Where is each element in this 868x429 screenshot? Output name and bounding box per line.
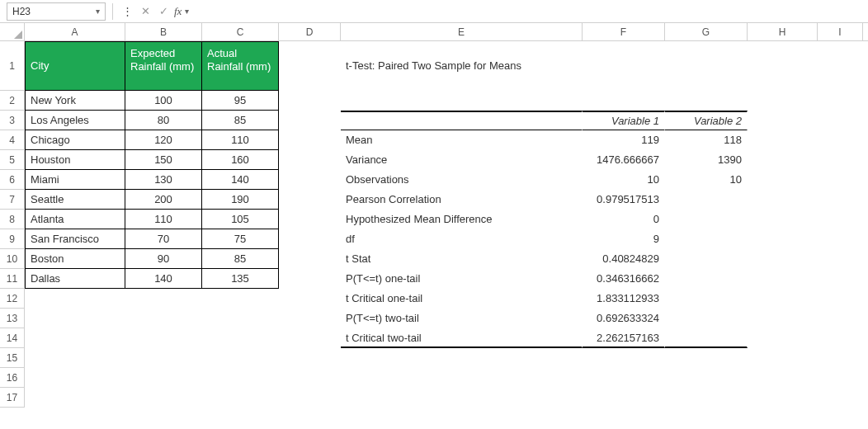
cell[interactable]	[818, 170, 863, 190]
stats-title[interactable]: t-Test: Paired Two Sample for Means	[341, 41, 583, 91]
column-header[interactable]: G	[665, 23, 748, 40]
cell[interactable]	[818, 91, 863, 111]
cell[interactable]	[279, 269, 341, 289]
cell[interactable]	[818, 309, 863, 328]
stats-label[interactable]: df	[341, 229, 583, 249]
table-cell-city[interactable]: Boston	[25, 249, 125, 269]
table-cell-expected[interactable]: 150	[125, 150, 202, 170]
cell[interactable]	[818, 150, 863, 170]
cell[interactable]	[25, 309, 125, 328]
table-cell-city[interactable]: Atlanta	[25, 210, 125, 229]
stats-value-2[interactable]	[665, 269, 748, 289]
table-cell-city[interactable]: Houston	[25, 150, 125, 170]
table-cell-city[interactable]: New York	[25, 91, 125, 111]
cell[interactable]	[665, 91, 748, 111]
stats-value-1[interactable]: 0.346316662	[583, 269, 665, 289]
row-header[interactable]: 6	[0, 170, 25, 190]
table-cell-expected[interactable]: 70	[125, 229, 202, 249]
cell[interactable]	[818, 41, 863, 91]
cell[interactable]	[125, 289, 202, 309]
cell[interactable]	[748, 289, 818, 309]
stats-value-2[interactable]	[665, 309, 748, 328]
table-cell-actual[interactable]: 135	[202, 269, 279, 289]
cell[interactable]	[583, 368, 665, 388]
cell[interactable]	[125, 328, 202, 348]
cell[interactable]	[341, 348, 583, 368]
stats-label[interactable]: Pearson Correlation	[341, 190, 583, 210]
cell[interactable]	[25, 348, 125, 368]
cell[interactable]	[25, 368, 125, 388]
cell[interactable]	[279, 328, 341, 348]
cell[interactable]	[665, 41, 748, 91]
cell[interactable]	[818, 388, 863, 408]
table-cell-actual[interactable]: 110	[202, 130, 279, 150]
cell[interactable]	[279, 388, 341, 408]
stats-value-2[interactable]	[665, 289, 748, 309]
cell[interactable]	[279, 130, 341, 150]
stats-header-blank[interactable]	[341, 111, 583, 130]
table-header-expected[interactable]: Expected Rainfall (mm)	[125, 41, 202, 91]
cell[interactable]	[25, 328, 125, 348]
cell[interactable]	[279, 111, 341, 130]
stats-header-var2[interactable]: Variable 2	[665, 111, 748, 130]
table-cell-expected[interactable]: 100	[125, 91, 202, 111]
cell[interactable]	[748, 41, 818, 91]
fx-icon[interactable]: fx	[174, 5, 182, 18]
column-header[interactable]: H	[748, 23, 818, 40]
table-cell-expected[interactable]: 130	[125, 170, 202, 190]
cell[interactable]	[202, 348, 279, 368]
cell[interactable]	[818, 130, 863, 150]
cell[interactable]	[818, 348, 863, 368]
cell[interactable]	[748, 249, 818, 269]
cell[interactable]	[748, 388, 818, 408]
cell[interactable]	[341, 388, 583, 408]
table-cell-expected[interactable]: 120	[125, 130, 202, 150]
row-header[interactable]: 7	[0, 190, 25, 210]
column-header[interactable]: F	[583, 23, 665, 40]
stats-value-2[interactable]: 10	[665, 170, 748, 190]
stats-label[interactable]: Hypothesized Mean Difference	[341, 210, 583, 229]
table-cell-actual[interactable]: 140	[202, 170, 279, 190]
stats-label[interactable]: P(T<=t) one-tail	[341, 269, 583, 289]
table-cell-expected[interactable]: 110	[125, 210, 202, 229]
cell[interactable]	[279, 309, 341, 328]
stats-value-1[interactable]: 2.262157163	[583, 328, 665, 348]
cell[interactable]	[748, 210, 818, 229]
accept-icon[interactable]: ✓	[156, 5, 171, 17]
row-header[interactable]: 8	[0, 210, 25, 229]
row-header[interactable]: 2	[0, 91, 25, 111]
row-header[interactable]: 17	[0, 388, 25, 408]
cell[interactable]	[279, 289, 341, 309]
stats-value-2[interactable]	[665, 190, 748, 210]
table-cell-actual[interactable]: 105	[202, 210, 279, 229]
stats-label[interactable]: t Stat	[341, 249, 583, 269]
row-header[interactable]: 1	[0, 41, 25, 91]
cell[interactable]	[279, 348, 341, 368]
table-cell-city[interactable]: Chicago	[25, 130, 125, 150]
table-cell-city[interactable]: Seattle	[25, 190, 125, 210]
stats-value-1[interactable]: 10	[583, 170, 665, 190]
table-header-city[interactable]: City	[25, 41, 125, 91]
row-header[interactable]: 13	[0, 309, 25, 328]
cell[interactable]	[748, 328, 818, 348]
cell[interactable]	[125, 309, 202, 328]
name-box[interactable]: H23 ▾	[7, 2, 106, 21]
chevron-down-icon[interactable]: ▾	[96, 7, 100, 16]
column-header[interactable]: A	[25, 23, 125, 40]
row-header[interactable]: 5	[0, 150, 25, 170]
cell[interactable]	[665, 368, 748, 388]
stats-value-1[interactable]: 1476.666667	[583, 150, 665, 170]
stats-value-1[interactable]: 119	[583, 130, 665, 150]
cell[interactable]	[748, 190, 818, 210]
cell[interactable]	[748, 111, 818, 130]
column-header[interactable]: E	[341, 23, 583, 40]
cell[interactable]	[748, 309, 818, 328]
table-header-actual[interactable]: Actual Rainfall (mm)	[202, 41, 279, 91]
stats-value-2[interactable]: 1390	[665, 150, 748, 170]
stats-label[interactable]: t Critical two-tail	[341, 328, 583, 348]
cell[interactable]	[748, 91, 818, 111]
row-header[interactable]: 4	[0, 130, 25, 150]
stats-label[interactable]: Mean	[341, 130, 583, 150]
table-cell-actual[interactable]: 75	[202, 229, 279, 249]
table-cell-actual[interactable]: 85	[202, 111, 279, 130]
